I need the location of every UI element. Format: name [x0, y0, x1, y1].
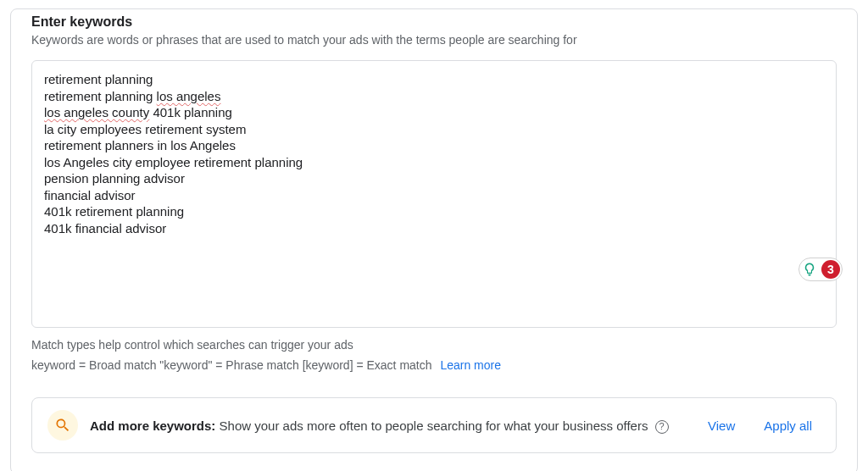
keywords-text-content: retirement planningretirement planning l…: [32, 61, 836, 247]
lightbulb-icon: [801, 261, 818, 278]
keywords-panel: Enter keywords Keywords are words or phr…: [10, 8, 858, 471]
learn-more-link[interactable]: Learn more: [440, 358, 501, 372]
match-types-hint-2: keyword = Broad match "keyword" = Phrase…: [31, 358, 837, 372]
suggestion-bold: Add more keywords:: [90, 418, 215, 433]
match-types-legend: keyword = Broad match "keyword" = Phrase…: [31, 358, 432, 372]
suggestions-count-badge: 3: [821, 260, 840, 279]
match-types-hint-1: Match types help control which searches …: [31, 338, 837, 352]
suggestions-pill[interactable]: 3: [798, 258, 843, 281]
keyword-suggestion-card: Add more keywords: Show your ads more of…: [31, 397, 837, 453]
keywords-textarea[interactable]: retirement planningretirement planning l…: [31, 60, 837, 328]
help-icon[interactable]: ?: [655, 420, 669, 434]
suggestion-text: Add more keywords: Show your ads more of…: [90, 417, 687, 435]
search-icon: [47, 410, 78, 441]
suggestion-rest: Show your ads more often to people searc…: [215, 418, 651, 433]
apply-all-button[interactable]: Apply all: [755, 415, 821, 436]
section-subtitle: Keywords are words or phrases that are u…: [31, 33, 837, 47]
view-button[interactable]: View: [699, 415, 743, 436]
section-title: Enter keywords: [31, 14, 837, 30]
